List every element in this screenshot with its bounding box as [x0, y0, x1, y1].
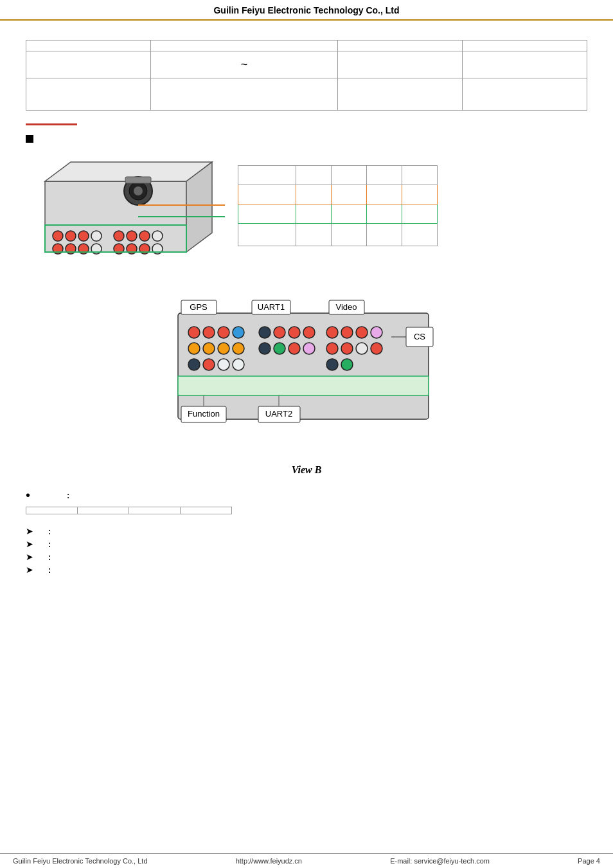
svg-rect-6: [125, 177, 151, 183]
footer-page: Page 4: [578, 857, 600, 865]
arrow-text-4: [37, 565, 44, 575]
arrow-item-3: ➤ :: [26, 552, 587, 562]
svg-point-43: [218, 359, 229, 370]
svg-point-52: [303, 343, 315, 354]
diag-bot-1: [238, 224, 296, 246]
svg-point-20: [152, 231, 163, 241]
diagram-right-table-container: [238, 165, 587, 246]
svg-point-33: [188, 327, 200, 338]
diag-orange-5: [402, 185, 438, 204]
diag-green-5: [402, 204, 438, 224]
diag-green-4: [367, 204, 402, 224]
bullet-line: • :: [26, 489, 587, 502]
diag-h2: [296, 166, 332, 185]
svg-point-47: [289, 327, 300, 338]
device-diagram-svg: [26, 156, 225, 271]
svg-point-11: [78, 231, 89, 241]
diag-green-2: [296, 204, 332, 224]
svg-point-10: [66, 231, 76, 241]
page-header: Guilin Feiyu Electronic Technology Co., …: [0, 0, 613, 21]
arrow-item-4: ➤ :: [26, 565, 587, 575]
bullet-text: [33, 491, 64, 500]
col-header-4: [463, 41, 587, 51]
svg-rect-72: [178, 376, 429, 395]
arrow-colon-1: :: [48, 527, 51, 536]
col-header-2: [150, 41, 337, 51]
view-b-container: GPS UART1 Video: [26, 281, 587, 476]
table-row-1: ~: [26, 51, 587, 78]
arrow-icon-1: ➤: [26, 526, 33, 536]
svg-point-46: [274, 327, 285, 338]
svg-point-34: [203, 327, 215, 338]
bottom-section: • : ➤ : ➤ : ➤: [26, 489, 587, 575]
svg-point-51: [289, 343, 300, 354]
diag-green-3: [332, 204, 367, 224]
view-b-svg: GPS UART1 Video: [139, 281, 474, 461]
svg-point-60: [371, 343, 382, 354]
svg-point-19: [139, 231, 150, 241]
section-underline: [26, 123, 77, 125]
row2-col1: [26, 78, 151, 111]
row2-col3: [338, 78, 463, 111]
svg-point-48: [303, 327, 315, 338]
diag-orange-3: [332, 185, 367, 204]
diag-h3: [332, 166, 367, 185]
svg-text:GPS: GPS: [190, 302, 208, 312]
row1-col2: ~: [150, 51, 337, 78]
svg-point-58: [341, 343, 353, 354]
header-title: Guilin Feiyu Electronic Technology Co., …: [213, 5, 399, 15]
page-footer: Guilin Feiyu Electronic Technology Co., …: [0, 853, 613, 868]
svg-point-41: [188, 359, 200, 370]
diag-bot-4: [367, 224, 402, 246]
small-table-row: [26, 507, 232, 514]
diag-orange-4: [367, 185, 402, 204]
section-header-line: [26, 135, 587, 143]
diag-bot-5: [402, 224, 438, 246]
diag-row-orange: [238, 185, 438, 204]
svg-rect-26: [178, 313, 429, 419]
svg-point-57: [326, 343, 338, 354]
svg-point-44: [233, 359, 244, 370]
small-cell-3: [129, 507, 181, 514]
col-header-3: [338, 41, 463, 51]
footer-company: Guilin Feiyu Electronic Technology Co., …: [13, 857, 148, 865]
view-b-title: View B: [26, 464, 587, 476]
svg-text:UART1: UART1: [258, 302, 285, 312]
arrow-icon-2: ➤: [26, 539, 33, 549]
diagram-right-table: [238, 165, 438, 246]
svg-point-55: [356, 327, 368, 338]
arrow-item-1: ➤ :: [26, 526, 587, 536]
footer-email: E-mail: service@feiyu-tech.com: [390, 857, 490, 865]
svg-text:Video: Video: [335, 302, 357, 312]
row1-col3: [338, 51, 463, 78]
top-table: ~: [26, 40, 587, 111]
row1-col1: [26, 51, 151, 78]
svg-point-37: [188, 343, 200, 354]
arrow-colon-4: :: [48, 565, 51, 575]
svg-point-54: [341, 327, 353, 338]
svg-point-9: [53, 231, 63, 241]
row1-col4: [463, 51, 587, 78]
svg-point-61: [326, 359, 338, 370]
table-header-row: [26, 41, 587, 51]
svg-point-42: [203, 359, 215, 370]
svg-text:UART2: UART2: [265, 409, 292, 419]
row2-col4: [463, 78, 587, 111]
arrow-colon-2: :: [48, 539, 51, 549]
arrow-icon-3: ➤: [26, 552, 33, 562]
diag-h5: [402, 166, 438, 185]
col-header-1: [26, 41, 151, 51]
svg-text:CS: CS: [414, 332, 425, 341]
arrow-text-1: [37, 527, 44, 536]
diag-row-header: [238, 166, 438, 185]
small-cell-4: [181, 507, 232, 514]
diag-bot-3: [332, 224, 367, 246]
svg-point-35: [218, 327, 229, 338]
svg-point-56: [371, 327, 382, 338]
footer-website: http://www.feiyudz.cn: [236, 857, 302, 865]
bullet-dot-icon: •: [26, 489, 30, 502]
diag-orange-1: [238, 185, 296, 204]
svg-point-36: [233, 327, 244, 338]
colon-label: :: [67, 491, 69, 500]
svg-point-40: [233, 343, 244, 354]
